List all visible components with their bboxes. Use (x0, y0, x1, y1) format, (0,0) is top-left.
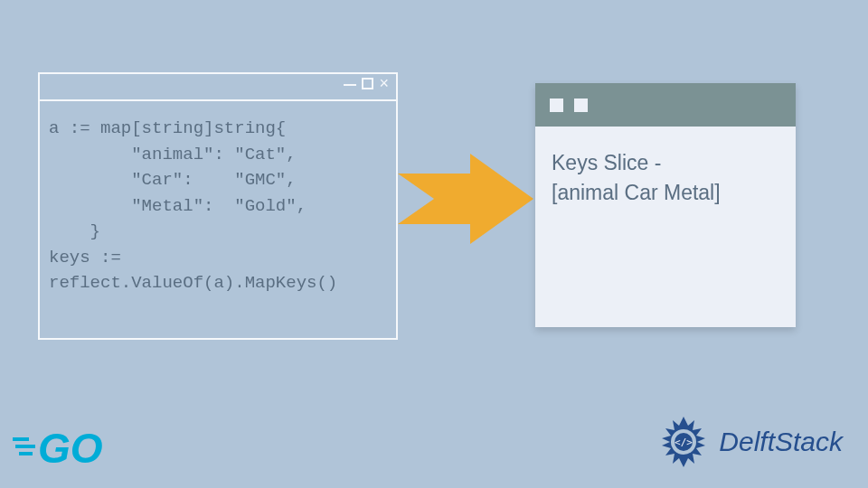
code-titlebar: × (40, 74, 396, 101)
output-body: Keys Slice - [animal Car Metal] (535, 127, 796, 230)
go-logo: GO (13, 419, 130, 474)
delftstack-logo-text: DelftStack (719, 427, 843, 457)
output-line: Keys Slice - (552, 148, 779, 178)
close-icon: × (379, 78, 389, 89)
delftstack-emblem-icon: </> (656, 414, 712, 470)
svg-rect-3 (19, 452, 33, 455)
output-window: Keys Slice - [animal Car Metal] (535, 83, 796, 327)
svg-rect-2 (15, 445, 35, 448)
arrow-icon (398, 154, 533, 244)
delftstack-logo: </> DelftStack (656, 414, 843, 470)
minimize-icon (344, 84, 356, 86)
go-logo-text: GO (38, 425, 103, 472)
svg-marker-0 (398, 154, 533, 244)
svg-rect-1 (13, 437, 29, 441)
window-controls: × (344, 78, 389, 89)
output-line: [animal Car Metal] (552, 178, 779, 208)
code-body: a := map[string]string{ "animal": "Cat",… (40, 101, 396, 311)
window-dot-icon (550, 99, 563, 112)
svg-text:</>: </> (675, 436, 693, 448)
output-titlebar (535, 83, 796, 127)
maximize-icon (362, 78, 373, 89)
window-dot-icon (574, 99, 588, 112)
code-window: × a := map[string]string{ "animal": "Cat… (38, 72, 398, 340)
